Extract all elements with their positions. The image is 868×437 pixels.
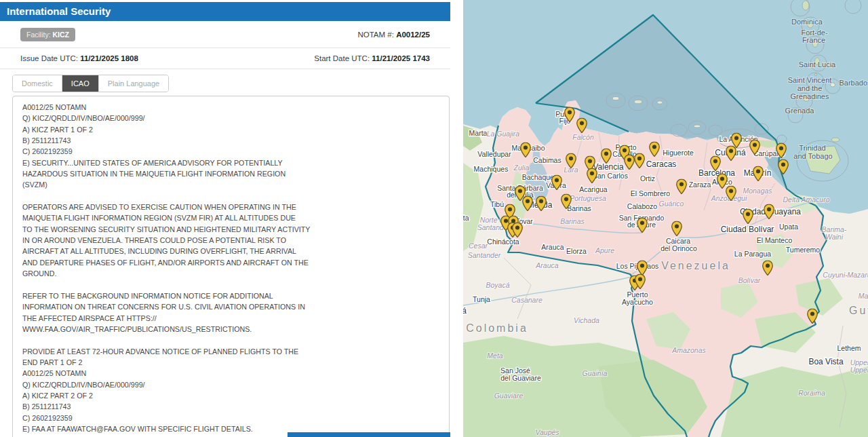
map-label: Higuerote bbox=[663, 149, 694, 157]
dates-row: Issue Date UTC: 11/21/2025 1808 Start Da… bbox=[0, 48, 450, 69]
next-section-header-edge bbox=[288, 432, 450, 437]
map-label: Grenadines bbox=[791, 92, 829, 100]
map-label: El Manteco bbox=[757, 236, 793, 244]
facility-row: Facility: KICZ NOTAM #: A0012/25 bbox=[0, 21, 450, 48]
map-label: Saint Lucia bbox=[799, 60, 836, 69]
map-label: Guainía bbox=[583, 369, 608, 377]
map-label: Vichada bbox=[574, 316, 599, 324]
map-label: Tumeremo bbox=[786, 246, 821, 254]
map-label: El Sombrero bbox=[631, 189, 671, 197]
facility-value: KICZ bbox=[53, 31, 70, 39]
map-label: Lethem bbox=[837, 344, 861, 352]
map-label: Cúcuta bbox=[463, 214, 469, 222]
map-label: Barinas bbox=[560, 217, 585, 225]
map-label: Ayacucho bbox=[622, 298, 653, 306]
map-label: Portuguesa bbox=[570, 194, 606, 202]
map-canvas: MartaValleduparMachiquesMaracaiboCabimas… bbox=[463, 0, 868, 437]
map-label: del Guaviare bbox=[500, 374, 541, 382]
map-label: Bolívar bbox=[738, 276, 761, 284]
map-label: Zaraza bbox=[689, 180, 711, 189]
map-label: Arauca bbox=[535, 261, 558, 269]
facility-label: Facility: bbox=[26, 31, 51, 39]
tab-domestic[interactable]: Domestic bbox=[13, 75, 62, 92]
map-label: Elorza bbox=[566, 247, 587, 255]
map-label: Machiques bbox=[474, 165, 509, 173]
map-label: Grenada bbox=[785, 107, 815, 115]
map-label: Arauca bbox=[541, 243, 564, 251]
map-label: Santander bbox=[468, 251, 501, 259]
map-label: San Carlos bbox=[593, 172, 628, 180]
map-label: and the bbox=[797, 84, 823, 92]
map-label: Casanare bbox=[511, 296, 542, 304]
map-label: Trinidad bbox=[799, 144, 825, 152]
map-label: Marta bbox=[469, 129, 488, 137]
format-tabs: Domestic ICAO Plain Language bbox=[12, 75, 169, 92]
map-label: Barcelona bbox=[698, 168, 735, 178]
map-label: Barbados bbox=[839, 79, 868, 87]
map-label: Guárico bbox=[659, 200, 684, 208]
map-label: and Tobago bbox=[793, 152, 832, 160]
map-label: Barinas bbox=[567, 204, 591, 212]
map-label: Upper bbox=[850, 366, 868, 374]
map-label: Cabimas bbox=[533, 156, 561, 164]
tab-plain-language[interactable]: Plain Language bbox=[99, 75, 168, 92]
map-label: Tibú bbox=[490, 200, 504, 208]
map-label: Bogotá bbox=[463, 306, 467, 316]
map-label: Mahdia bbox=[859, 292, 868, 300]
map-label: Delta Amacuro bbox=[783, 195, 829, 204]
map-label: La Guajira bbox=[487, 130, 520, 138]
map-label: Ciudad Bolívar bbox=[721, 225, 774, 234]
map-label: Cuyuni-Mazaruni bbox=[823, 271, 868, 279]
map-label: Zulia bbox=[513, 164, 530, 172]
notam-text: A0012/25 NOTAMN Q) KICZ/QRDLD/IV/NBO/AE/… bbox=[12, 96, 450, 437]
map-label: Ortiz bbox=[640, 174, 655, 183]
map-label: Guaviare bbox=[494, 392, 524, 400]
map-label: Guyana bbox=[849, 305, 868, 316]
map-label: France bbox=[802, 36, 825, 44]
map-label: Colombia bbox=[466, 322, 528, 334]
app-root: International Security Facility: KICZ NO… bbox=[0, 0, 868, 437]
tab-icao[interactable]: ICAO bbox=[62, 75, 99, 92]
map-label: Saint Vincent bbox=[788, 76, 832, 84]
map-label: Chinácota bbox=[487, 238, 519, 246]
map-label: Boyacá bbox=[486, 281, 509, 289]
map[interactable]: MartaValleduparMachiquesMaracaiboCabimas… bbox=[463, 0, 868, 437]
start-date: Start Date UTC: 11/21/2025 1743 bbox=[314, 54, 430, 62]
map-label: Meta bbox=[487, 352, 503, 360]
map-label: Roraima bbox=[798, 389, 825, 397]
map-label: Amazonas bbox=[671, 346, 706, 354]
divider bbox=[0, 69, 450, 69]
map-label: Venezuela bbox=[661, 260, 730, 271]
map-label: Calabozo bbox=[627, 202, 658, 210]
map-label: Valledupar bbox=[477, 150, 511, 158]
map-label: Caracas bbox=[646, 159, 677, 169]
map-label: Dominica bbox=[791, 18, 823, 26]
notam-number: NOTAM #: A0012/25 bbox=[357, 31, 430, 39]
map-label: Vaupés bbox=[535, 428, 559, 436]
map-label: Valencia bbox=[593, 162, 623, 172]
map-label: Waini bbox=[825, 233, 844, 241]
issue-date: Issue Date UTC: 11/21/2025 1808 bbox=[20, 54, 138, 62]
map-label: del Orinoco bbox=[660, 244, 697, 252]
notam-panel: International Security Facility: KICZ NO… bbox=[0, 0, 463, 437]
page-title: International Security bbox=[0, 2, 450, 21]
map-label: Apure bbox=[595, 246, 614, 254]
map-label: Acarigua bbox=[579, 185, 608, 193]
map-label: Upata bbox=[779, 223, 798, 231]
map-label: Falcón bbox=[572, 133, 594, 141]
facility-badge: Facility: KICZ bbox=[20, 28, 75, 41]
map-label: Tunja bbox=[473, 295, 490, 303]
map-label: La Paragua bbox=[734, 250, 771, 258]
map-label: Monagas bbox=[743, 187, 772, 195]
map-label: Cesar bbox=[469, 242, 488, 250]
map-label: Boa Vista bbox=[808, 357, 843, 366]
